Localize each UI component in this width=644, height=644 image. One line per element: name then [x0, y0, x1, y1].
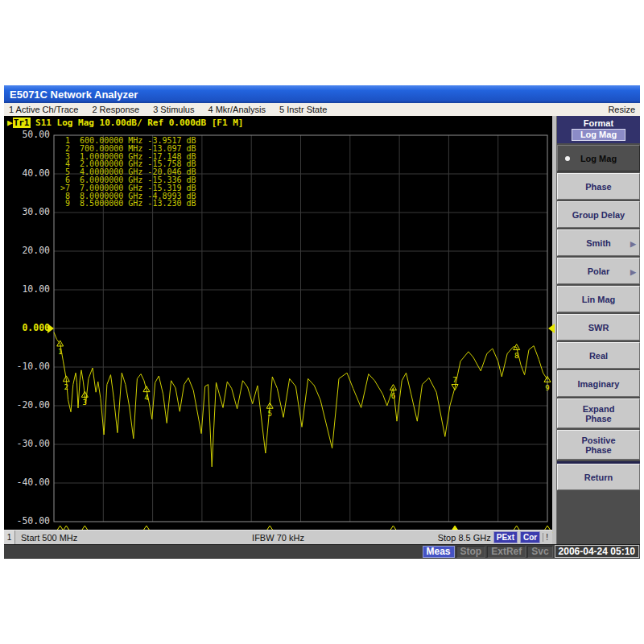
softkey-menu-title: Format: [584, 118, 613, 128]
y-axis-label: -20.00: [4, 399, 50, 411]
plot-pane: ▶Tr1 S11 Log Mag 10.00dB/ Ref 0.000dB [F…: [4, 116, 552, 544]
cor-indicator: Cor: [520, 531, 540, 543]
ref-level-arrow-right-icon: [548, 324, 555, 333]
softkey-lin-mag[interactable]: Lin Mag: [557, 286, 640, 312]
marker-number: 7: [452, 376, 456, 384]
marker-number: 8: [514, 352, 518, 360]
y-axis-label: 10.00: [4, 283, 50, 295]
trace-header-text: S11 Log Mag 10.00dB/ Ref 0.000dB [F1 M]: [31, 118, 244, 128]
ref-level-arrow-left-icon: [47, 324, 54, 333]
softkey-log-mag[interactable]: Log Mag: [557, 145, 640, 171]
softkey-label: Polar: [588, 266, 610, 276]
marker-number: 4: [144, 394, 148, 402]
softkey-sidebar: Format Log Mag Log MagPhaseGroup DelaySm…: [552, 116, 640, 544]
softkey-label: Smith: [586, 238, 611, 248]
main-row: ▶Tr1 S11 Log Mag 10.00dB/ Ref 0.000dB [F…: [4, 116, 640, 544]
softkey-label: Lin Mag: [582, 295, 616, 304]
softkey-body: Format Log Mag Log MagPhaseGroup DelaySm…: [557, 116, 640, 544]
softkey-label: Phase: [585, 414, 611, 423]
softkey-group-delay[interactable]: Group Delay: [557, 201, 640, 228]
softkey-return[interactable]: Return: [557, 464, 640, 490]
status-svc: Svc: [527, 546, 552, 558]
menu-item-resize[interactable]: Resize: [608, 105, 635, 114]
softkey-label: Expand: [583, 404, 615, 414]
marker-table-row: 9 8.5000000 GHz -13.230 dB: [60, 200, 196, 208]
marker-number: 2: [64, 383, 68, 391]
menu-item-4[interactable]: 4 Mkr/Analysis: [208, 105, 266, 114]
marker-number: 1: [58, 348, 62, 356]
title-bar[interactable]: E5071C Network Analyzer: [4, 85, 640, 103]
menu-items: 1 Active Ch/Trace2 Response3 Stimulus4 M…: [9, 105, 608, 114]
softkey-label: SWR: [588, 323, 609, 332]
y-axis-label: -50.00: [4, 515, 50, 527]
softkey-label: Log Mag: [580, 154, 617, 163]
y-axis-label: 30.00: [4, 206, 50, 218]
softkey-expand-phase[interactable]: ExpandPhase: [557, 398, 640, 428]
window-title: E5071C Network Analyzer: [10, 89, 138, 101]
softkey-imaginary[interactable]: Imaginary: [557, 370, 640, 397]
channel-bar-right: Stop 8.5 GHz PExt Cor !: [438, 531, 552, 543]
softkey-menu-value: Log Mag: [572, 129, 625, 141]
menu-item-5[interactable]: 5 Instr State: [279, 105, 327, 114]
softkey-real[interactable]: Real: [557, 342, 640, 369]
softkey-menu-header: Format Log Mag: [557, 116, 640, 143]
analyzer-window: E5071C Network Analyzer 1 Active Ch/Trac…: [4, 85, 640, 559]
submenu-arrow-icon: ▶: [630, 267, 636, 277]
y-axis-label: -10.00: [4, 361, 50, 373]
y-axis-label: 50.00: [4, 129, 50, 141]
status-stop: Stop: [456, 546, 486, 558]
y-axis-label: 40.00: [4, 167, 50, 180]
menu-item-1[interactable]: 1 Active Ch/Trace: [9, 105, 78, 114]
softkey-smith[interactable]: Smith▶: [557, 229, 640, 256]
y-axis-ref-label: 0.000: [4, 322, 50, 334]
softkey-label: Positive: [581, 436, 615, 445]
softkey-label: Real: [589, 351, 608, 361]
status-extref: ExtRef: [487, 546, 526, 558]
softkey-label: Phase: [585, 445, 611, 455]
channel-status-bar: 1 Start 500 MHz IFBW 70 kHz Stop 8.5 GHz…: [4, 530, 552, 544]
softkey-label: Group Delay: [572, 210, 625, 220]
y-axis-label: -30.00: [4, 438, 50, 450]
softkey-polar[interactable]: Polar▶: [557, 258, 640, 284]
softkey-label: Imaginary: [578, 379, 620, 389]
y-axis-label: 20.00: [4, 245, 50, 257]
menu-item-3[interactable]: 3 Stimulus: [153, 105, 194, 114]
selected-bullet-icon: [565, 156, 570, 161]
submenu-arrow-icon: ▶: [630, 239, 636, 249]
marker-table: 1 600.00000 MHz -3.9517 dB 2 700.00000 M…: [60, 137, 196, 208]
status-meas: Meas: [423, 546, 455, 558]
softkey-phase[interactable]: Phase: [557, 173, 640, 200]
status-datetime: 2006-04-24 05:10: [555, 545, 639, 558]
y-axis-labels: 50.0040.0030.0020.0010.000.000-10.00-20.…: [4, 116, 50, 544]
marker-number: 9: [545, 384, 549, 392]
stop-frequency-label: Stop 8.5 GHz: [438, 533, 491, 543]
alert-indicator: !: [543, 533, 551, 542]
softkey-swr[interactable]: SWR: [557, 314, 640, 341]
y-axis-label: -40.00: [4, 477, 50, 489]
screenshot-stage: E5071C Network Analyzer 1 Active Ch/Trac…: [0, 0, 644, 644]
instrument-status-bar: Meas Stop ExtRef Svc 2006-04-24 05:10: [4, 544, 640, 558]
pext-indicator: PExt: [493, 531, 518, 543]
softkey-label: Return: [584, 473, 613, 482]
menu-bar: 1 Active Ch/Trace2 Response3 Stimulus4 M…: [4, 103, 640, 116]
softkey-label: Phase: [585, 182, 611, 192]
marker-number: 3: [83, 398, 87, 407]
marker-number: 6: [391, 392, 395, 400]
softkey-positive-phase[interactable]: PositivePhase: [557, 430, 640, 460]
marker-number: 5: [267, 410, 271, 418]
softkey-buttons: Log MagPhaseGroup DelaySmith▶Polar▶Lin M…: [557, 143, 640, 544]
menu-item-2[interactable]: 2 Response: [92, 105, 139, 114]
